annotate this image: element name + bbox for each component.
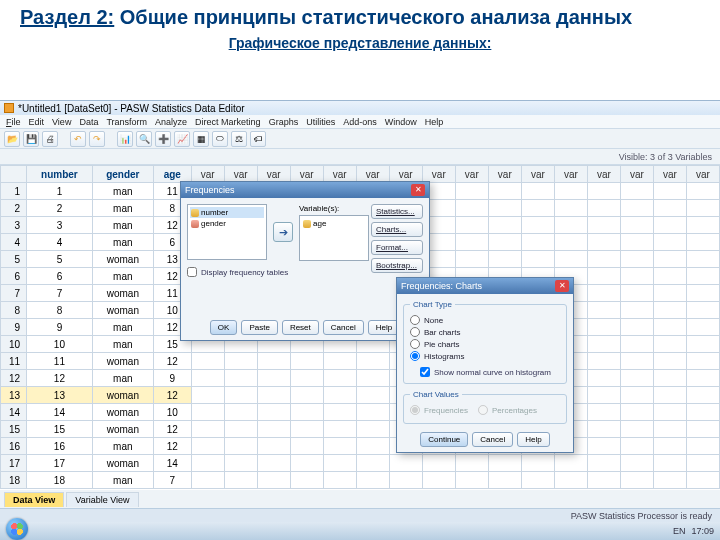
cell[interactable]	[653, 370, 686, 387]
cell[interactable]	[587, 200, 620, 217]
cell[interactable]	[455, 455, 488, 472]
cell[interactable]	[620, 455, 653, 472]
cell[interactable]	[191, 455, 224, 472]
cell[interactable]	[620, 319, 653, 336]
menu-view[interactable]: View	[52, 117, 71, 127]
cell[interactable]	[455, 200, 488, 217]
cell[interactable]	[191, 353, 224, 370]
column-header[interactable]: var	[422, 166, 455, 183]
cell[interactable]: woman	[92, 285, 153, 302]
cell[interactable]	[257, 387, 290, 404]
cell[interactable]	[686, 183, 719, 200]
cell[interactable]	[686, 421, 719, 438]
cell[interactable]	[521, 183, 554, 200]
cell[interactable]	[323, 472, 356, 489]
cell[interactable]	[455, 183, 488, 200]
cell[interactable]	[587, 251, 620, 268]
row-header[interactable]: 17	[1, 455, 27, 472]
cell[interactable]	[653, 404, 686, 421]
cell[interactable]	[587, 217, 620, 234]
cell[interactable]	[389, 472, 422, 489]
cell[interactable]: 1	[27, 183, 93, 200]
cell[interactable]	[323, 387, 356, 404]
cell[interactable]	[587, 285, 620, 302]
cell[interactable]: 16	[27, 438, 93, 455]
cell[interactable]: woman	[92, 455, 153, 472]
cell[interactable]	[686, 387, 719, 404]
cell[interactable]: 11	[27, 353, 93, 370]
start-button[interactable]	[6, 518, 28, 540]
cell[interactable]	[224, 455, 257, 472]
cell[interactable]: 10	[153, 404, 191, 421]
cell[interactable]	[686, 217, 719, 234]
cell[interactable]: woman	[92, 302, 153, 319]
menu-graphs[interactable]: Graphs	[269, 117, 299, 127]
cell[interactable]	[554, 472, 587, 489]
cell[interactable]: 6	[27, 268, 93, 285]
cell[interactable]: man	[92, 319, 153, 336]
cell[interactable]	[587, 183, 620, 200]
row-header[interactable]: 13	[1, 387, 27, 404]
cell[interactable]	[488, 251, 521, 268]
column-header[interactable]: var	[686, 166, 719, 183]
cell[interactable]	[191, 421, 224, 438]
cell[interactable]	[686, 200, 719, 217]
cell[interactable]	[620, 336, 653, 353]
cell[interactable]: woman	[92, 251, 153, 268]
cell[interactable]	[191, 370, 224, 387]
cell[interactable]	[290, 387, 323, 404]
menu-window[interactable]: Window	[385, 117, 417, 127]
cell[interactable]	[488, 234, 521, 251]
row-header[interactable]: 16	[1, 438, 27, 455]
menu-utilities[interactable]: Utilities	[306, 117, 335, 127]
cell[interactable]: 18	[27, 472, 93, 489]
tray-lang[interactable]: EN	[673, 526, 686, 536]
menu-file[interactable]: File	[6, 117, 21, 127]
column-header[interactable]: var	[323, 166, 356, 183]
cell[interactable]	[356, 387, 389, 404]
cell[interactable]	[686, 336, 719, 353]
cell[interactable]	[620, 387, 653, 404]
cell[interactable]	[653, 251, 686, 268]
cell[interactable]	[224, 404, 257, 421]
cell[interactable]	[587, 438, 620, 455]
cell[interactable]: woman	[92, 387, 153, 404]
cell[interactable]	[653, 285, 686, 302]
cell[interactable]	[290, 438, 323, 455]
cell[interactable]: 12	[153, 438, 191, 455]
cell[interactable]	[290, 404, 323, 421]
cell[interactable]	[257, 404, 290, 421]
cell[interactable]	[587, 404, 620, 421]
bootstrap-button[interactable]: Bootstrap...	[371, 258, 423, 273]
cell[interactable]	[587, 302, 620, 319]
cell[interactable]	[356, 421, 389, 438]
cell[interactable]	[191, 387, 224, 404]
radio-pie[interactable]: Pie charts	[410, 339, 560, 349]
save-icon[interactable]: 💾	[23, 131, 39, 147]
find-icon[interactable]: 🔍	[136, 131, 152, 147]
row-header[interactable]: 4	[1, 234, 27, 251]
cell[interactable]	[686, 302, 719, 319]
cell[interactable]: 3	[27, 217, 93, 234]
cell[interactable]	[224, 387, 257, 404]
cell[interactable]	[224, 370, 257, 387]
cell[interactable]	[653, 268, 686, 285]
cell[interactable]: man	[92, 472, 153, 489]
cell[interactable]	[653, 387, 686, 404]
row-header[interactable]: 11	[1, 353, 27, 370]
row-header[interactable]: 7	[1, 285, 27, 302]
column-header[interactable]: var	[653, 166, 686, 183]
cell[interactable]: 12	[27, 370, 93, 387]
column-header[interactable]: var	[290, 166, 323, 183]
print-icon[interactable]: 🖨	[42, 131, 58, 147]
tab-data-view[interactable]: Data View	[4, 492, 64, 507]
close-icon[interactable]: ✕	[411, 184, 425, 196]
cell[interactable]	[290, 353, 323, 370]
cell[interactable]: 14	[27, 404, 93, 421]
cell[interactable]	[191, 438, 224, 455]
cell[interactable]: 13	[27, 387, 93, 404]
cell[interactable]	[290, 421, 323, 438]
cell[interactable]	[653, 234, 686, 251]
cell[interactable]	[290, 370, 323, 387]
cell[interactable]: man	[92, 336, 153, 353]
